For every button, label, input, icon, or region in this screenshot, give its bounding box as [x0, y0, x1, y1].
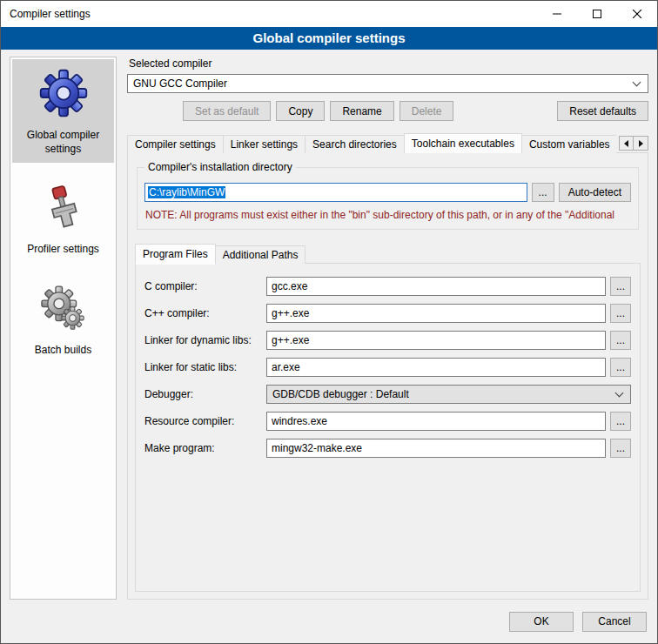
installation-directory-input[interactable]: C:\raylib\MinGW [144, 183, 527, 202]
close-button[interactable] [617, 1, 657, 27]
dialog-banner: Global compiler settings [1, 27, 657, 50]
arrow-right-icon [639, 140, 643, 147]
browse-button[interactable]: ... [610, 412, 631, 431]
make-program-input[interactable] [266, 439, 606, 458]
static-linker-input[interactable] [266, 358, 606, 377]
tab-toolchain-executables[interactable]: Toolchain executables [404, 133, 522, 153]
copy-button[interactable]: Copy [276, 101, 325, 121]
tab-custom-variables[interactable]: Custom variables [521, 135, 616, 153]
compiler-settings-window: Compiler settings Global compiler settin… [0, 0, 658, 644]
field-row-resource-compiler: Resource compiler: ... [144, 412, 631, 431]
chevron-down-icon [633, 78, 641, 87]
delete-button: Delete [400, 101, 454, 121]
tab-strip: Compiler settings Linker settings Search… [127, 133, 648, 153]
browse-button[interactable]: ... [610, 358, 631, 377]
subtab-additional-paths[interactable]: Additional Paths [215, 245, 306, 264]
titlebar: Compiler settings [1, 1, 657, 27]
installation-directory-row: C:\raylib\MinGW ... Auto-detect [144, 183, 631, 202]
window-title: Compiler settings [1, 8, 537, 20]
toolchain-executables-page: Compiler's installation directory C:\ray… [127, 152, 648, 600]
tab-linker-settings[interactable]: Linker settings [223, 135, 306, 153]
tab-scroll-left-button[interactable] [619, 136, 634, 151]
arrow-left-icon [624, 140, 628, 147]
set-as-default-button: Set as default [183, 101, 271, 121]
gray-gears-icon [39, 285, 88, 333]
main-panel: Selected compiler GNU GCC Compiler Set a… [127, 57, 648, 600]
field-row-debugger: Debugger: GDB/CDB debugger : Default [144, 385, 631, 404]
chevron-down-icon [615, 389, 624, 398]
selected-compiler-value: GNU GCC Compiler [133, 77, 628, 90]
field-row-make-program: Make program: ... [144, 439, 631, 458]
ok-button[interactable]: OK [509, 612, 574, 632]
field-label: C compiler: [144, 280, 266, 292]
groupbox-title: Compiler's installation directory [144, 161, 296, 173]
field-label: Debugger: [144, 388, 266, 400]
auto-detect-button[interactable]: Auto-detect [559, 183, 631, 202]
field-row-c-compiler: C compiler: ... [144, 277, 631, 296]
close-icon [633, 10, 641, 18]
field-row-cpp-compiler: C++ compiler: ... [144, 304, 631, 323]
installation-directory-groupbox: Compiler's installation directory C:\ray… [137, 167, 639, 230]
sidebar: Global compiler settings Profiler settin… [10, 57, 117, 600]
browse-button[interactable]: ... [610, 277, 631, 296]
field-label: Linker for static libs: [144, 361, 266, 373]
field-label: Make program: [144, 442, 266, 454]
minimize-button[interactable] [537, 1, 577, 27]
blue-gear-icon [38, 68, 89, 118]
browse-button[interactable]: ... [610, 439, 631, 458]
dialog-body: Global compiler settings Profiler settin… [1, 50, 657, 607]
compiler-action-row: Set as default Copy Rename Delete Reset … [127, 101, 648, 121]
sidebar-item-label: Global compiler settings [14, 128, 112, 156]
field-row-dynamic-linker: Linker for dynamic libs: ... [144, 331, 631, 350]
maximize-icon [593, 10, 601, 18]
installation-directory-value: C:\raylib\MinGW [148, 186, 225, 198]
browse-directory-button[interactable]: ... [532, 183, 554, 202]
c-compiler-input[interactable] [266, 277, 606, 296]
sidebar-item-label: Profiler settings [14, 242, 112, 256]
window-controls [537, 1, 657, 27]
subtab-program-files[interactable]: Program Files [135, 244, 216, 265]
field-label: Resource compiler: [144, 415, 266, 427]
minimize-icon [553, 10, 561, 18]
program-files-page: C compiler: ... C++ compiler: ... [135, 263, 641, 592]
tab-scroll-buttons [619, 136, 648, 151]
tab-search-directories[interactable]: Search directories [305, 135, 405, 153]
reset-defaults-button[interactable]: Reset defaults [557, 101, 648, 121]
resource-compiler-input[interactable] [266, 412, 606, 431]
dynamic-linker-input[interactable] [266, 331, 606, 350]
field-row-static-linker: Linker for static libs: ... [144, 358, 631, 377]
sidebar-item-label: Batch builds [14, 343, 112, 357]
selected-compiler-dropdown[interactable]: GNU GCC Compiler [127, 74, 648, 93]
red-tool-icon [39, 184, 88, 232]
tab-compiler-settings[interactable]: Compiler settings [127, 135, 224, 153]
tabs-scroll-area: Compiler settings Linker settings Search… [127, 133, 616, 153]
dialog-footer: OK Cancel [1, 607, 657, 643]
sidebar-item-profiler-settings[interactable]: Profiler settings [12, 175, 114, 263]
cancel-button[interactable]: Cancel [582, 612, 647, 632]
debugger-dropdown[interactable]: GDB/CDB debugger : Default [266, 385, 631, 404]
browse-button[interactable]: ... [610, 331, 631, 350]
field-label: Linker for dynamic libs: [144, 334, 266, 346]
note-text: NOTE: All programs must exist either in … [145, 209, 630, 221]
sidebar-item-global-compiler-settings[interactable]: Global compiler settings [12, 59, 114, 163]
sidebar-item-batch-builds[interactable]: Batch builds [12, 276, 114, 364]
cpp-compiler-input[interactable] [266, 304, 606, 323]
browse-button[interactable]: ... [610, 304, 631, 323]
maximize-button[interactable] [577, 1, 617, 27]
rename-button[interactable]: Rename [330, 101, 393, 121]
debugger-value: GDB/CDB debugger : Default [272, 388, 611, 400]
tab-scroll-right-button[interactable] [634, 136, 648, 151]
selected-compiler-label: Selected compiler [129, 57, 648, 70]
field-label: C++ compiler: [144, 307, 266, 319]
sub-tab-strip: Program Files Additional Paths [135, 244, 641, 264]
